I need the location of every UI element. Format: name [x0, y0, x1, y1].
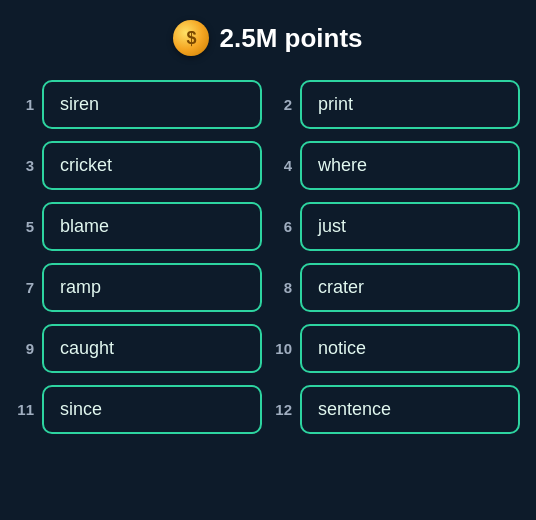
word-box-8[interactable]: crater: [300, 263, 520, 312]
cell-number-1: 1: [16, 96, 34, 113]
word-box-6[interactable]: just: [300, 202, 520, 251]
word-cell-4: 4where: [274, 141, 520, 190]
word-box-3[interactable]: cricket: [42, 141, 262, 190]
cell-number-10: 10: [274, 340, 292, 357]
word-cell-12: 12sentence: [274, 385, 520, 434]
word-box-11[interactable]: since: [42, 385, 262, 434]
cell-number-6: 6: [274, 218, 292, 235]
cell-number-7: 7: [16, 279, 34, 296]
word-cell-5: 5blame: [16, 202, 262, 251]
cell-number-9: 9: [16, 340, 34, 357]
word-cell-8: 8crater: [274, 263, 520, 312]
header: $ 2.5M points: [173, 20, 362, 56]
word-box-5[interactable]: blame: [42, 202, 262, 251]
word-cell-11: 11since: [16, 385, 262, 434]
word-cell-1: 1siren: [16, 80, 262, 129]
word-box-12[interactable]: sentence: [300, 385, 520, 434]
cell-number-4: 4: [274, 157, 292, 174]
word-box-9[interactable]: caught: [42, 324, 262, 373]
cell-number-12: 12: [274, 401, 292, 418]
coin-icon: $: [173, 20, 209, 56]
word-cell-2: 2print: [274, 80, 520, 129]
cell-number-3: 3: [16, 157, 34, 174]
cell-number-2: 2: [274, 96, 292, 113]
word-cell-3: 3cricket: [16, 141, 262, 190]
word-cell-6: 6just: [274, 202, 520, 251]
word-box-10[interactable]: notice: [300, 324, 520, 373]
points-display: 2.5M points: [219, 23, 362, 54]
word-box-4[interactable]: where: [300, 141, 520, 190]
coin-symbol: $: [186, 28, 196, 49]
word-box-2[interactable]: print: [300, 80, 520, 129]
word-grid: 1siren2print3cricket4where5blame6just7ra…: [16, 80, 520, 434]
word-cell-9: 9caught: [16, 324, 262, 373]
word-box-1[interactable]: siren: [42, 80, 262, 129]
cell-number-5: 5: [16, 218, 34, 235]
word-cell-7: 7ramp: [16, 263, 262, 312]
word-box-7[interactable]: ramp: [42, 263, 262, 312]
word-cell-10: 10notice: [274, 324, 520, 373]
cell-number-8: 8: [274, 279, 292, 296]
cell-number-11: 11: [16, 401, 34, 418]
